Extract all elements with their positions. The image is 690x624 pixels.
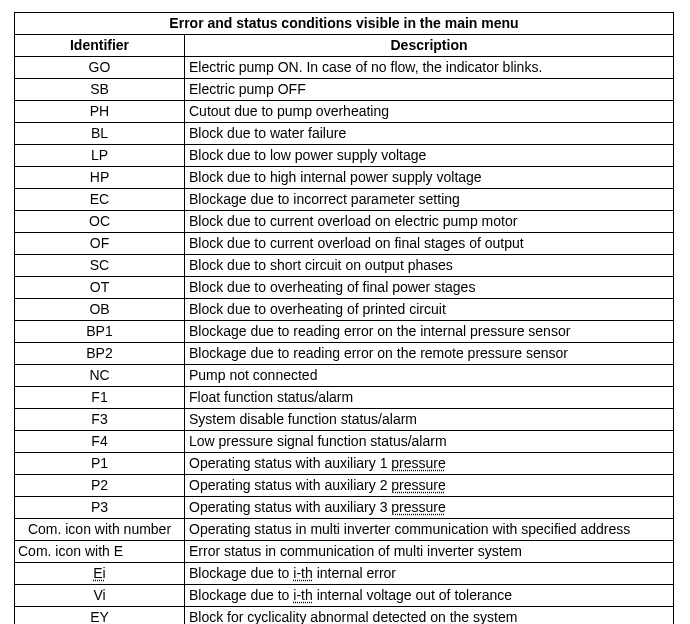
table-row: SCBlock due to short circuit on output p… xyxy=(15,255,674,277)
identifier-cell: BL xyxy=(15,123,185,145)
description-cell: Block for cyclicality abnormal detected … xyxy=(185,607,674,625)
underlined-term: i-th xyxy=(293,565,312,581)
col-header-identifier: Identifier xyxy=(15,35,185,57)
table-row: GOElectric pump ON. In case of no flow, … xyxy=(15,57,674,79)
table-row: OBBlock due to overheating of printed ci… xyxy=(15,299,674,321)
table-row: OTBlock due to overheating of final powe… xyxy=(15,277,674,299)
identifier-cell: NC xyxy=(15,365,185,387)
description-cell: Electric pump ON. In case of no flow, th… xyxy=(185,57,674,79)
description-cell: Error status in communication of multi i… xyxy=(185,541,674,563)
identifier-cell: P2 xyxy=(15,475,185,497)
status-table: Error and status conditions visible in t… xyxy=(14,12,674,624)
table-row: NCPump not connected xyxy=(15,365,674,387)
table-row: HPBlock due to high internal power suppl… xyxy=(15,167,674,189)
table-row: BP2Blockage due to reading error on the … xyxy=(15,343,674,365)
description-cell: Electric pump OFF xyxy=(185,79,674,101)
description-cell: Block due to overheating of printed circ… xyxy=(185,299,674,321)
description-cell: Blockage due to i-th internal voltage ou… xyxy=(185,585,674,607)
description-cell: Blockage due to incorrect parameter sett… xyxy=(185,189,674,211)
table-row: Com. icon with EError status in communic… xyxy=(15,541,674,563)
table-row: P3Operating status with auxiliary 3 pres… xyxy=(15,497,674,519)
identifier-cell: BP1 xyxy=(15,321,185,343)
underlined-term: i-th xyxy=(293,587,312,603)
underlined-term: pressure xyxy=(391,455,445,471)
table-row: P2Operating status with auxiliary 2 pres… xyxy=(15,475,674,497)
table-row: EYBlock for cyclicality abnormal detecte… xyxy=(15,607,674,625)
description-cell: Operating status with auxiliary 3 pressu… xyxy=(185,497,674,519)
table-row: OFBlock due to current overload on final… xyxy=(15,233,674,255)
identifier-cell: OC xyxy=(15,211,185,233)
description-cell: Low pressure signal function status/alar… xyxy=(185,431,674,453)
description-cell: Block due to current overload on electri… xyxy=(185,211,674,233)
table-row: OCBlock due to current overload on elect… xyxy=(15,211,674,233)
status-table-body: GOElectric pump ON. In case of no flow, … xyxy=(15,57,674,625)
description-cell: System disable function status/alarm xyxy=(185,409,674,431)
table-row: ECBlockage due to incorrect parameter se… xyxy=(15,189,674,211)
identifier-cell: F3 xyxy=(15,409,185,431)
description-cell: Pump not connected xyxy=(185,365,674,387)
description-cell: Blockage due to reading error on the int… xyxy=(185,321,674,343)
description-cell: Block due to current overload on final s… xyxy=(185,233,674,255)
identifier-cell: OB xyxy=(15,299,185,321)
identifier-cell: SC xyxy=(15,255,185,277)
table-row: SBElectric pump OFF xyxy=(15,79,674,101)
identifier-cell: Ei xyxy=(15,563,185,585)
description-cell: Operating status with auxiliary 1 pressu… xyxy=(185,453,674,475)
description-cell: Float function status/alarm xyxy=(185,387,674,409)
table-row: BLBlock due to water failure xyxy=(15,123,674,145)
identifier-cell: LP xyxy=(15,145,185,167)
underlined-term: pressure xyxy=(391,477,445,493)
table-row: PHCutout due to pump overheating xyxy=(15,101,674,123)
identifier-cell: OF xyxy=(15,233,185,255)
identifier-cell: Com. icon with E xyxy=(15,541,185,563)
identifier-cell: Com. icon with number xyxy=(15,519,185,541)
description-cell: Blockage due to i-th internal error xyxy=(185,563,674,585)
col-header-description: Description xyxy=(185,35,674,57)
table-row: Com. icon with numberOperating status in… xyxy=(15,519,674,541)
description-cell: Blockage due to reading error on the rem… xyxy=(185,343,674,365)
identifier-cell: F1 xyxy=(15,387,185,409)
table-row: F1Float function status/alarm xyxy=(15,387,674,409)
description-cell: Operating status with auxiliary 2 pressu… xyxy=(185,475,674,497)
identifier-cell: P3 xyxy=(15,497,185,519)
identifier-cell: EC xyxy=(15,189,185,211)
identifier-cell: P1 xyxy=(15,453,185,475)
identifier-cell: Vi xyxy=(15,585,185,607)
table-row: BP1Blockage due to reading error on the … xyxy=(15,321,674,343)
table-row: LPBlock due to low power supply voltage xyxy=(15,145,674,167)
identifier-cell: PH xyxy=(15,101,185,123)
identifier-cell: GO xyxy=(15,57,185,79)
table-row: F3System disable function status/alarm xyxy=(15,409,674,431)
underlined-term: Ei xyxy=(93,565,105,581)
description-cell: Block due to water failure xyxy=(185,123,674,145)
identifier-cell: F4 xyxy=(15,431,185,453)
table-row: ViBlockage due to i-th internal voltage … xyxy=(15,585,674,607)
table-row: P1Operating status with auxiliary 1 pres… xyxy=(15,453,674,475)
identifier-cell: SB xyxy=(15,79,185,101)
table-title: Error and status conditions visible in t… xyxy=(15,13,674,35)
description-cell: Block due to low power supply voltage xyxy=(185,145,674,167)
identifier-cell: BP2 xyxy=(15,343,185,365)
description-cell: Operating status in multi inverter commu… xyxy=(185,519,674,541)
description-cell: Block due to short circuit on output pha… xyxy=(185,255,674,277)
identifier-cell: HP xyxy=(15,167,185,189)
description-cell: Cutout due to pump overheating xyxy=(185,101,674,123)
table-row: EiBlockage due to i-th internal error xyxy=(15,563,674,585)
identifier-cell: OT xyxy=(15,277,185,299)
description-cell: Block due to overheating of final power … xyxy=(185,277,674,299)
table-row: F4Low pressure signal function status/al… xyxy=(15,431,674,453)
underlined-term: pressure xyxy=(391,499,445,515)
description-cell: Block due to high internal power supply … xyxy=(185,167,674,189)
identifier-cell: EY xyxy=(15,607,185,625)
